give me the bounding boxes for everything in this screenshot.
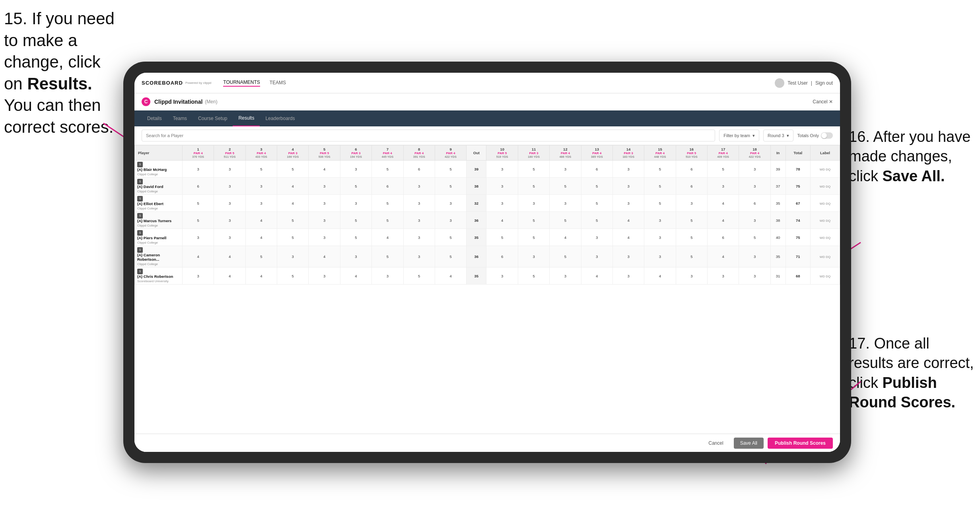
score-h8-row0[interactable]: 6: [403, 161, 435, 178]
score-h10-row2[interactable]: 3: [486, 195, 518, 212]
score-h6-row1[interactable]: 5: [340, 178, 371, 195]
score-h16-row2[interactable]: 3: [676, 195, 707, 212]
score-h14-row6[interactable]: 3: [612, 267, 644, 285]
wd-label[interactable]: WD: [820, 185, 825, 188]
tab-teams[interactable]: Teams: [167, 110, 192, 126]
search-input[interactable]: [142, 130, 715, 141]
score-h16-row5[interactable]: 5: [676, 246, 707, 267]
score-h4-row4[interactable]: 5: [277, 229, 309, 246]
score-h13-row5[interactable]: 3: [581, 246, 612, 267]
score-h8-row4[interactable]: 3: [403, 229, 435, 246]
dq-label[interactable]: DQ: [826, 236, 830, 240]
score-h4-row2[interactable]: 4: [277, 195, 309, 212]
score-h2-row2[interactable]: 3: [214, 195, 245, 212]
score-h2-row0[interactable]: 3: [214, 161, 245, 178]
score-h1-row3[interactable]: 5: [183, 212, 214, 229]
score-h2-row5[interactable]: 4: [214, 246, 245, 267]
score-h5-row3[interactable]: 3: [309, 212, 340, 229]
score-h7-row6[interactable]: 3: [372, 267, 403, 285]
score-h5-row6[interactable]: 3: [309, 267, 340, 285]
score-h3-row2[interactable]: 3: [245, 195, 277, 212]
score-h16-row6[interactable]: 3: [676, 267, 707, 285]
dq-label[interactable]: DQ: [826, 275, 830, 278]
score-h6-row2[interactable]: 3: [340, 195, 371, 212]
score-h18-row5[interactable]: 3: [739, 246, 770, 267]
score-h12-row5[interactable]: 5: [550, 246, 581, 267]
wd-label[interactable]: WD: [820, 202, 825, 205]
score-h4-row0[interactable]: 5: [277, 161, 309, 178]
score-h10-row1[interactable]: 3: [486, 178, 518, 195]
score-h17-row0[interactable]: 5: [708, 161, 739, 178]
score-h4-row1[interactable]: 4: [277, 178, 309, 195]
score-h13-row1[interactable]: 5: [581, 178, 612, 195]
score-h18-row3[interactable]: 3: [739, 212, 770, 229]
score-h8-row6[interactable]: 5: [403, 267, 435, 285]
wd-label[interactable]: WD: [820, 236, 825, 240]
dq-label[interactable]: DQ: [826, 202, 830, 205]
score-h1-row2[interactable]: 5: [183, 195, 214, 212]
score-h3-row1[interactable]: 3: [245, 178, 277, 195]
score-h11-row4[interactable]: 5: [518, 229, 549, 246]
tab-course-setup[interactable]: Course Setup: [192, 110, 233, 126]
score-h15-row4[interactable]: 3: [644, 229, 676, 246]
score-h12-row6[interactable]: 3: [550, 267, 581, 285]
score-h15-row2[interactable]: 5: [644, 195, 676, 212]
score-h10-row6[interactable]: 3: [486, 267, 518, 285]
score-h8-row5[interactable]: 3: [403, 246, 435, 267]
score-h14-row2[interactable]: 3: [612, 195, 644, 212]
wd-label[interactable]: WD: [820, 219, 825, 223]
score-h17-row3[interactable]: 4: [708, 212, 739, 229]
score-h7-row5[interactable]: 5: [372, 246, 403, 267]
score-h5-row4[interactable]: 3: [309, 229, 340, 246]
score-h17-row1[interactable]: 3: [708, 178, 739, 195]
score-h1-row5[interactable]: 4: [183, 246, 214, 267]
cancel-button[interactable]: Cancel: [702, 438, 729, 449]
score-h5-row5[interactable]: 4: [309, 246, 340, 267]
score-h9-row4[interactable]: 5: [435, 229, 466, 246]
score-h8-row3[interactable]: 3: [403, 212, 435, 229]
score-h12-row3[interactable]: 5: [550, 212, 581, 229]
score-h2-row1[interactable]: 3: [214, 178, 245, 195]
nav-signout[interactable]: Sign out: [815, 80, 833, 86]
score-h18-row2[interactable]: 6: [739, 195, 770, 212]
score-h9-row6[interactable]: 4: [435, 267, 466, 285]
score-h1-row4[interactable]: 3: [183, 229, 214, 246]
score-h13-row0[interactable]: 6: [581, 161, 612, 178]
wd-label[interactable]: WD: [820, 275, 825, 278]
nav-link-teams[interactable]: TEAMS: [270, 80, 286, 86]
cancel-tournament-button[interactable]: Cancel ✕: [813, 99, 833, 105]
score-h9-row0[interactable]: 5: [435, 161, 466, 178]
score-h3-row6[interactable]: 4: [245, 267, 277, 285]
dq-label[interactable]: DQ: [826, 185, 830, 188]
score-h1-row1[interactable]: 6: [183, 178, 214, 195]
tab-results[interactable]: Results: [233, 110, 260, 126]
dq-label[interactable]: DQ: [826, 255, 830, 259]
score-h15-row5[interactable]: 3: [644, 246, 676, 267]
score-h13-row6[interactable]: 4: [581, 267, 612, 285]
score-h10-row4[interactable]: 5: [486, 229, 518, 246]
score-h14-row0[interactable]: 3: [612, 161, 644, 178]
score-h3-row3[interactable]: 4: [245, 212, 277, 229]
score-h4-row6[interactable]: 5: [277, 267, 309, 285]
score-h1-row0[interactable]: 3: [183, 161, 214, 178]
score-h7-row1[interactable]: 6: [372, 178, 403, 195]
score-h3-row5[interactable]: 5: [245, 246, 277, 267]
score-h5-row1[interactable]: 3: [309, 178, 340, 195]
score-h6-row6[interactable]: 4: [340, 267, 371, 285]
score-h7-row3[interactable]: 5: [372, 212, 403, 229]
score-h15-row1[interactable]: 5: [644, 178, 676, 195]
score-h16-row3[interactable]: 5: [676, 212, 707, 229]
publish-round-scores-button[interactable]: Publish Round Scores: [768, 438, 833, 449]
round-dropdown[interactable]: Round 3 ▾: [763, 130, 793, 141]
score-h15-row3[interactable]: 3: [644, 212, 676, 229]
score-h3-row4[interactable]: 4: [245, 229, 277, 246]
score-h9-row5[interactable]: 5: [435, 246, 466, 267]
score-h15-row6[interactable]: 4: [644, 267, 676, 285]
tab-details[interactable]: Details: [142, 110, 167, 126]
score-h16-row1[interactable]: 6: [676, 178, 707, 195]
score-h14-row1[interactable]: 3: [612, 178, 644, 195]
score-h6-row5[interactable]: 3: [340, 246, 371, 267]
score-h14-row3[interactable]: 4: [612, 212, 644, 229]
score-h2-row3[interactable]: 3: [214, 212, 245, 229]
score-h2-row4[interactable]: 3: [214, 229, 245, 246]
